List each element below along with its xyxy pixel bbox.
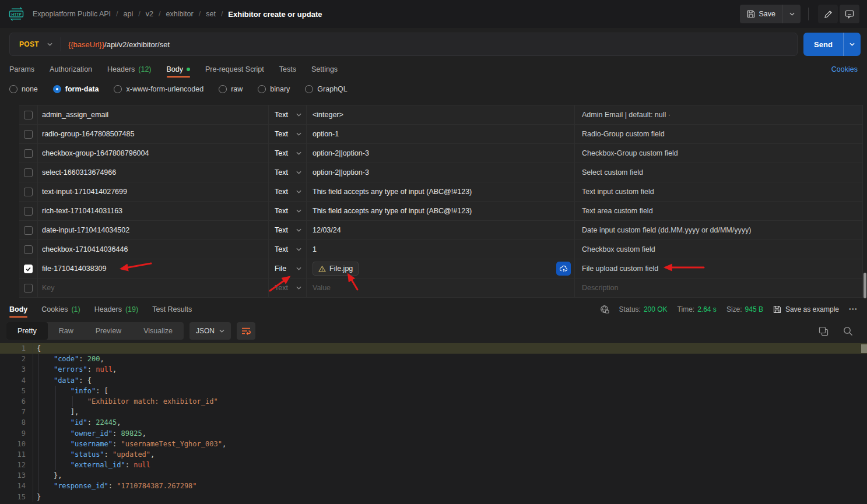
param-key-cell[interactable]: admin_assign_email: [37, 105, 268, 124]
view-tab-preview[interactable]: Preview: [85, 322, 132, 340]
wrap-lines-button[interactable]: [237, 322, 255, 340]
row-checkbox[interactable]: [24, 188, 33, 196]
param-description-cell[interactable]: Text area custom field: [574, 202, 862, 220]
param-key-cell[interactable]: file-1710414038309: [37, 259, 268, 278]
edit-button[interactable]: [818, 5, 838, 23]
param-description-cell[interactable]: Radio-Group custom field: [574, 125, 862, 143]
more-options-icon[interactable]: •••: [849, 306, 858, 312]
param-key-cell[interactable]: date-input-1710414034502: [37, 221, 268, 239]
param-type-select[interactable]: Text: [268, 202, 306, 220]
response-tab-test-results[interactable]: Test Results: [152, 301, 192, 318]
param-value-cell[interactable]: 1: [306, 240, 574, 259]
breadcrumb-item[interactable]: api: [124, 10, 134, 18]
save-as-example-button[interactable]: Save as example: [773, 305, 839, 313]
body-mode-form-data[interactable]: form-data: [53, 85, 99, 93]
row-checkbox[interactable]: [24, 245, 33, 254]
view-tab-pretty[interactable]: Pretty: [6, 322, 48, 340]
param-value-cell[interactable]: File.jpg: [306, 259, 574, 278]
param-key-cell[interactable]: Key: [37, 279, 268, 297]
time-badge[interactable]: Time:2.64 s: [678, 305, 717, 313]
param-type-select[interactable]: Text: [268, 163, 306, 182]
send-options-chevron[interactable]: [843, 33, 861, 56]
param-value-cell[interactable]: This field accepts any type of input (AB…: [306, 202, 574, 220]
view-tab-visualize[interactable]: Visualize: [132, 322, 184, 340]
response-body-editor[interactable]: 1{2 "code": 200,3 "errors": null,4 "data…: [0, 343, 867, 504]
param-description-cell[interactable]: Description: [574, 279, 862, 297]
format-select[interactable]: JSON: [189, 322, 231, 340]
row-checkbox[interactable]: [24, 168, 33, 177]
body-mode-none[interactable]: none: [9, 85, 38, 93]
param-value-cell[interactable]: Value: [306, 279, 574, 297]
param-key-cell[interactable]: checkbox-group-1647808796004: [37, 144, 268, 163]
param-value-cell[interactable]: option-2||option-3: [306, 144, 574, 163]
size-badge[interactable]: Size:945 B: [726, 305, 763, 313]
param-type-select[interactable]: Text: [268, 221, 306, 239]
row-checkbox[interactable]: [24, 149, 33, 158]
param-description-cell[interactable]: File upload custom field: [574, 259, 862, 278]
response-tab-cookies[interactable]: Cookies(1): [41, 301, 80, 318]
body-mode-x-www-form-urlencoded[interactable]: x-www-form-urlencoded: [114, 85, 203, 93]
param-value-cell[interactable]: option-1: [306, 125, 574, 143]
param-type-select[interactable]: Text: [268, 182, 306, 201]
response-tab-headers[interactable]: Headers(19): [94, 301, 138, 318]
breadcrumb-item[interactable]: v2: [146, 10, 153, 18]
param-description-cell[interactable]: Text input custom field: [574, 182, 862, 201]
copy-response-button[interactable]: [819, 326, 829, 336]
comments-button[interactable]: [840, 5, 859, 23]
row-checkbox[interactable]: [24, 111, 33, 119]
row-checkbox[interactable]: [24, 265, 33, 273]
param-value-cell[interactable]: 12/03/24: [306, 221, 574, 239]
cookies-link[interactable]: Cookies: [831, 65, 858, 73]
param-key-cell[interactable]: checkbox-1710414036446: [37, 240, 268, 259]
body-mode-raw[interactable]: raw: [219, 85, 243, 93]
param-value-cell[interactable]: This field accepts any type of input (AB…: [306, 182, 574, 201]
param-key-cell[interactable]: rich-text-1710414031163: [37, 202, 268, 220]
param-type-select[interactable]: Text: [268, 240, 306, 259]
request-tab-tests[interactable]: Tests: [279, 61, 296, 77]
save-button[interactable]: Save: [740, 5, 801, 23]
upload-file-button[interactable]: [556, 262, 571, 276]
method-chevron-icon[interactable]: [47, 43, 52, 46]
request-tab-headers[interactable]: Headers(12): [107, 61, 151, 77]
view-tab-raw[interactable]: Raw: [48, 322, 85, 340]
param-description-cell[interactable]: Checkbox custom field: [574, 240, 862, 259]
param-key-cell[interactable]: select-1660313674966: [37, 163, 268, 182]
request-tab-authorization[interactable]: Authorization: [50, 61, 92, 77]
param-description-cell[interactable]: Checkbox-Group custom field: [574, 144, 862, 163]
breadcrumb-item[interactable]: exhibitor: [166, 10, 193, 18]
save-menu-chevron[interactable]: [783, 5, 801, 23]
body-mode-binary[interactable]: binary: [258, 85, 290, 93]
response-tab-body[interactable]: Body: [9, 301, 27, 318]
param-type-select[interactable]: Text: [268, 105, 306, 124]
param-key-cell[interactable]: text-input-1710414027699: [37, 182, 268, 201]
param-type-select[interactable]: Text: [268, 279, 306, 297]
network-globe-icon[interactable]: [600, 305, 609, 314]
table-scrollbar-thumb[interactable]: [864, 273, 866, 298]
param-description-cell[interactable]: Select custom field: [574, 163, 862, 182]
send-button[interactable]: Send: [803, 33, 843, 56]
request-tab-pre-request-script[interactable]: Pre-request Script: [205, 61, 264, 77]
body-mode-graphql[interactable]: GraphQL: [305, 85, 347, 93]
url-input[interactable]: {{baseUrl}}/api/v2/exhibitor/set: [61, 40, 170, 49]
breadcrumb-item[interactable]: set: [206, 10, 216, 18]
param-description-cell[interactable]: Date input custom field (dd.MM.yyyy or d…: [574, 221, 862, 239]
file-chip[interactable]: File.jpg: [313, 262, 359, 276]
param-type-select[interactable]: Text: [268, 125, 306, 143]
row-checkbox[interactable]: [24, 207, 33, 216]
request-tab-params[interactable]: Params: [9, 61, 34, 77]
request-tab-body[interactable]: Body: [167, 61, 191, 77]
breadcrumb-item[interactable]: Expoplatform Public API: [33, 10, 111, 18]
method-select[interactable]: POST: [10, 40, 47, 48]
row-checkbox[interactable]: [24, 226, 33, 235]
param-type-select[interactable]: Text: [268, 144, 306, 163]
search-response-button[interactable]: [843, 326, 853, 336]
row-checkbox[interactable]: [24, 284, 33, 292]
param-key-cell[interactable]: radio-group-1647808507485: [37, 125, 268, 143]
row-checkbox[interactable]: [24, 130, 33, 139]
editor-scrollbar-thumb[interactable]: [861, 344, 867, 353]
param-value-cell[interactable]: option-2||option-3: [306, 163, 574, 182]
param-value-cell[interactable]: <integer>: [306, 105, 574, 124]
status-badge[interactable]: Status:200 OK: [619, 305, 668, 313]
param-description-cell[interactable]: Admin Email | default: null ·: [574, 105, 862, 124]
request-tab-settings[interactable]: Settings: [311, 61, 338, 77]
